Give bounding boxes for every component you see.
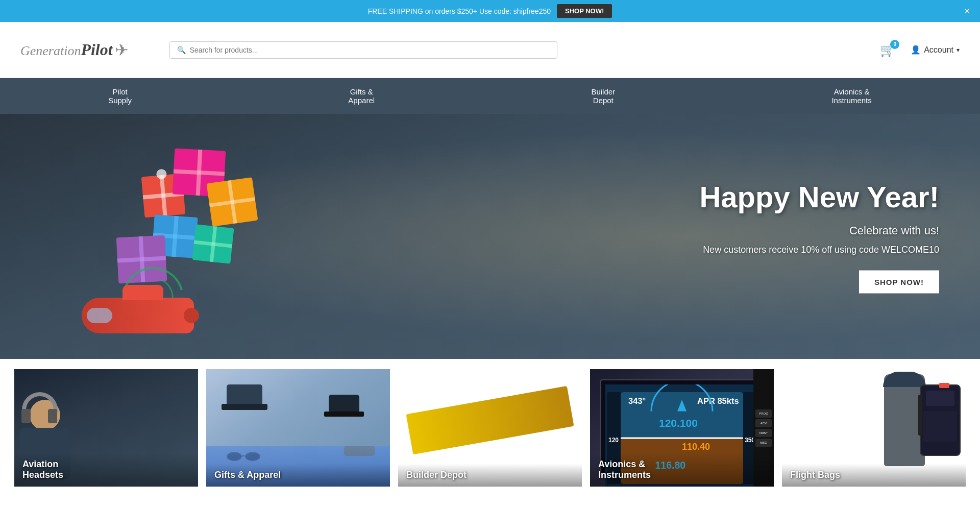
hero-description: New customers receive 10% off using code… — [633, 245, 939, 255]
cart-button[interactable]: 🛒 0 — [880, 43, 895, 57]
bag-body — [920, 384, 961, 456]
account-icon: 👤 — [911, 45, 921, 55]
category-label-flight-bags: Flight Bags — [782, 464, 966, 487]
wing-shape — [406, 386, 574, 454]
plane-body — [82, 298, 194, 333]
svg-text:120: 120 — [608, 437, 619, 444]
site-header: GenerationPilot ✈ 🔍 🛒 0 👤 Account ▾ — [0, 22, 980, 78]
category-label-gifts-apparel: Gifts & Apparel — [206, 464, 390, 487]
hat-brim-2 — [324, 412, 364, 417]
svg-text:APR 85kts: APR 85kts — [697, 396, 739, 405]
banner-close-button[interactable]: × — [964, 7, 970, 16]
svg-text:343°: 343° — [628, 396, 646, 405]
headset-ear-right — [48, 409, 57, 423]
category-card-aviation-headsets[interactable]: Aviation Headsets — [14, 369, 198, 487]
gift-box-6 — [192, 224, 234, 263]
hat-brim-1 — [222, 404, 267, 410]
category-label-aviation-headsets: Aviation Headsets — [14, 453, 198, 487]
category-card-gifts-apparel[interactable]: Gifts & Apparel — [206, 369, 390, 487]
headset-ear-left — [21, 409, 31, 423]
side-btn-prog: PROG — [755, 409, 772, 418]
hero-shop-now-button[interactable]: SHOP NOW! — [859, 271, 939, 294]
hero-content: Happy New Year! Celebrate with us! New c… — [633, 180, 939, 294]
category-label-builder-depot: Builder Depot — [398, 464, 582, 487]
header-right: 🛒 0 👤 Account ▾ — [880, 43, 960, 57]
category-grid: Aviation Headsets Gifts & Apparel — [0, 359, 980, 497]
side-btn-acv: ACV — [755, 419, 772, 427]
hero-title: Happy New Year! — [633, 180, 939, 214]
side-btn-nrst: NRST — [755, 429, 772, 437]
nav-item-pilot-supply[interactable]: Pilot Supply — [78, 78, 162, 114]
cart-badge: 0 — [890, 40, 899, 49]
bag-strap — [918, 395, 922, 436]
gift-box-3 — [207, 177, 258, 227]
nav-item-builder-depot[interactable]: Builder Depot — [560, 78, 646, 114]
category-card-flight-bags[interactable]: Flight Bags — [782, 369, 966, 487]
category-card-avionics[interactable]: 343° APR 85kts 120.100 110.40 116.80 120… — [590, 369, 774, 487]
logo-text: GenerationPilot — [20, 40, 113, 59]
svg-text:120.100: 120.100 — [659, 417, 698, 429]
main-nav: Pilot Supply Gifts & Apparel Builder Dep… — [0, 78, 980, 114]
search-icon: 🔍 — [177, 46, 186, 54]
hero-image — [51, 124, 306, 359]
banner-shop-now-button[interactable]: SHOP NOW! — [557, 4, 612, 18]
bag-tag — [939, 383, 949, 388]
svg-text:110.40: 110.40 — [682, 442, 710, 452]
propeller-icon: ✈ — [115, 40, 129, 60]
top-banner: FREE SHIPPING on orders $250+ Use code: … — [0, 0, 980, 22]
category-card-builder-depot[interactable]: Builder Depot — [398, 369, 582, 487]
search-bar[interactable]: 🔍 — [169, 41, 557, 59]
category-label-avionics: Avionics & Instruments — [590, 453, 774, 487]
nav-item-avionics-instruments[interactable]: Avionics & Instruments — [801, 78, 902, 114]
hero-subtitle: Celebrate with us! — [633, 224, 939, 237]
search-input[interactable] — [190, 46, 550, 54]
account-button[interactable]: 👤 Account ▾ — [911, 45, 960, 55]
chevron-down-icon: ▾ — [957, 46, 960, 54]
side-btn-msg: MSG — [755, 439, 772, 447]
nav-item-gifts-apparel[interactable]: Gifts & Apparel — [317, 78, 405, 114]
hero-section: Happy New Year! Celebrate with us! New c… — [0, 114, 980, 359]
account-label: Account — [924, 45, 953, 55]
logo[interactable]: GenerationPilot ✈ — [20, 40, 129, 60]
banner-text: FREE SHIPPING on orders $250+ Use code: … — [368, 7, 551, 15]
